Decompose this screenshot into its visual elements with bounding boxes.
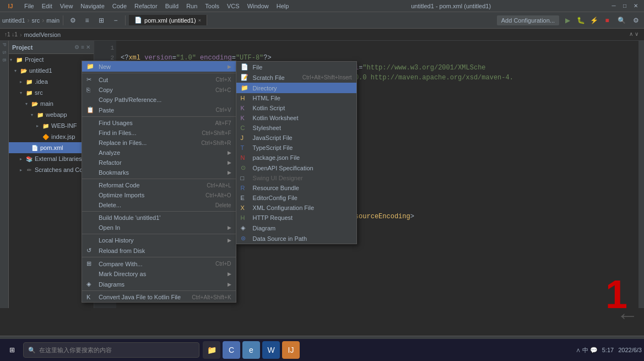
sm-editorconfig-label: EditorConfig File bbox=[253, 195, 352, 201]
cm-copy-label: Copy bbox=[99, 87, 204, 93]
cm-local-history[interactable]: Local History ▶ bbox=[82, 235, 236, 245]
sm-diagram[interactable]: ◈ Diagram bbox=[236, 223, 356, 233]
local-history-arrow: ▶ bbox=[228, 238, 231, 243]
cm-find-usages-shortcut: Alt+F7 bbox=[215, 120, 231, 126]
cm-sep-5 bbox=[82, 234, 236, 234]
cm-refactor[interactable]: Refactor ▶ bbox=[82, 158, 236, 168]
context-menu: 📁 New ▶ 📄 File 📝 Scratch File Ctrl+Alt+S… bbox=[82, 61, 236, 303]
sm-kotlin-script[interactable]: K Kotlin Script bbox=[236, 103, 356, 113]
analyze-arrow: ▶ bbox=[228, 150, 231, 155]
sm-editorconfig[interactable]: E EditorConfig File bbox=[236, 193, 356, 203]
sm-html-label: HTML File bbox=[253, 95, 352, 101]
sm-packagejson[interactable]: N package.json File bbox=[236, 153, 356, 163]
sm-diagram-label: Diagram bbox=[253, 225, 352, 231]
cm-convert[interactable]: K Convert Java File to Kotlin File Ctrl+… bbox=[82, 292, 236, 302]
sm-xmlconfig-label: XML Configuration File bbox=[253, 204, 352, 211]
sm-xmlconfig[interactable]: X XML Configuration File bbox=[236, 203, 356, 213]
cm-find-in-files-shortcut: Ctrl+Shift+F bbox=[202, 130, 231, 136]
cm-compare[interactable]: ⊞ Compare With... Ctrl+D bbox=[82, 258, 236, 269]
sm-http[interactable]: H HTTP Request bbox=[236, 213, 356, 223]
sm-datasource[interactable]: ⊛ Data Source in Path bbox=[236, 233, 356, 244]
cm-diagrams[interactable]: ◈ Diagrams ▶ bbox=[82, 279, 236, 289]
cm-copy-path[interactable]: Copy Path/Reference... bbox=[82, 95, 236, 105]
cm-bookmarks[interactable]: Bookmarks ▶ bbox=[82, 168, 236, 177]
cm-new-label: New bbox=[99, 63, 225, 70]
sm-js[interactable]: J JavaScript File bbox=[236, 133, 356, 143]
cm-delete[interactable]: Delete... Delete bbox=[82, 200, 236, 210]
sm-resource[interactable]: R Resource Bundle bbox=[236, 183, 356, 193]
sm-resource-label: Resource Bundle bbox=[253, 185, 352, 191]
swing-icon: □ bbox=[241, 175, 250, 181]
directory-icon: 📁 bbox=[241, 84, 250, 91]
cm-item-new[interactable]: 📁 New ▶ 📄 File 📝 Scratch File Ctrl+Alt+S… bbox=[82, 61, 236, 72]
cm-analyze[interactable]: Analyze ▶ bbox=[82, 148, 236, 158]
cm-find-usages[interactable]: Find Usages Alt+F7 bbox=[82, 118, 236, 128]
cm-reload[interactable]: ↺ Reload from Disk bbox=[82, 245, 236, 256]
sm-file-label: File bbox=[253, 64, 352, 71]
cm-replace-shortcut: Ctrl+Shift+R bbox=[201, 140, 231, 146]
sm-html[interactable]: H HTML File bbox=[236, 93, 356, 103]
cm-paste[interactable]: 📋 Paste Ctrl+V bbox=[82, 105, 236, 115]
sm-file[interactable]: 📄 File bbox=[236, 62, 356, 72]
sm-ts[interactable]: T TypeScript File bbox=[236, 143, 356, 153]
cm-reformat[interactable]: Reformat Code Ctrl+Alt+L bbox=[82, 180, 236, 190]
sm-scratch-label: Scratch File bbox=[253, 74, 291, 81]
sm-directory[interactable]: 📁 Directory bbox=[236, 83, 356, 93]
sm-openapi[interactable]: ⊙ OpenAPI Specification bbox=[236, 163, 356, 173]
cm-optimize[interactable]: Optimize Imports Ctrl+Alt+O bbox=[82, 190, 236, 200]
kotlin-ws-icon: K bbox=[241, 115, 250, 121]
sm-swing-label: Swing UI Designer bbox=[253, 175, 352, 181]
cm-find-in-files[interactable]: Find in Files... Ctrl+Shift+F bbox=[82, 128, 236, 138]
sm-scratch[interactable]: 📝 Scratch File Ctrl+Alt+Shift+Insert bbox=[236, 72, 356, 83]
cm-copy-shortcut: Ctrl+C bbox=[215, 87, 231, 93]
cm-convert-label: Convert Java File to Kotlin File bbox=[99, 294, 181, 300]
cm-build-module[interactable]: Build Module 'untitled1' bbox=[82, 213, 236, 223]
cm-delete-shortcut: Delete bbox=[215, 202, 231, 208]
kotlin-script-icon: K bbox=[241, 105, 250, 111]
cm-sep-4 bbox=[82, 211, 236, 212]
cm-build-module-label: Build Module 'untitled1' bbox=[99, 214, 231, 221]
cm-reformat-shortcut: Ctrl+Alt+L bbox=[207, 182, 231, 188]
file-icon: 📄 bbox=[241, 63, 250, 71]
diagram-icon: ◈ bbox=[241, 224, 250, 231]
cm-optimize-label: Optimize Imports bbox=[99, 192, 194, 198]
compare-icon: ⊞ bbox=[86, 260, 95, 267]
resource-icon: R bbox=[241, 185, 250, 191]
cm-reload-label: Reload from Disk bbox=[99, 247, 231, 254]
cm-cut[interactable]: ✂ Cut Ctrl+X bbox=[82, 74, 236, 85]
reload-icon: ↺ bbox=[86, 247, 95, 254]
npm-icon: N bbox=[241, 154, 250, 161]
cm-reformat-label: Reformat Code bbox=[99, 182, 196, 188]
cm-open-in[interactable]: Open In ▶ bbox=[82, 223, 236, 233]
sm-datasource-label: Data Source in Path bbox=[253, 235, 352, 242]
cm-find-usages-label: Find Usages bbox=[99, 120, 204, 126]
context-menu-overlay[interactable]: 📁 New ▶ 📄 File 📝 Scratch File Ctrl+Alt+S… bbox=[0, 0, 644, 361]
cm-replace-in-files[interactable]: Replace in Files... Ctrl+Shift+R bbox=[82, 138, 236, 148]
cm-compare-shortcut: Ctrl+D bbox=[215, 261, 231, 267]
convert-icon: K bbox=[86, 294, 95, 300]
cm-mark-directory[interactable]: Mark Directory as ▶ bbox=[82, 269, 236, 279]
cm-open-in-label: Open In bbox=[99, 224, 225, 231]
sm-kotlin-ws[interactable]: K Kotlin Worksheet bbox=[236, 113, 356, 123]
datasource-icon: ⊛ bbox=[241, 235, 250, 242]
cm-cut-label: Cut bbox=[99, 77, 205, 83]
cm-local-history-label: Local History bbox=[99, 237, 225, 244]
cm-sep-7 bbox=[82, 290, 236, 291]
new-icon: 📁 bbox=[86, 63, 95, 70]
http-icon: H bbox=[241, 214, 250, 221]
cm-cut-shortcut: Ctrl+X bbox=[216, 77, 231, 83]
diagrams-icon: ◈ bbox=[86, 281, 95, 288]
cm-delete-label: Delete... bbox=[99, 202, 204, 208]
js-icon: J bbox=[241, 134, 250, 141]
html-icon: H bbox=[241, 95, 250, 101]
cm-mark-dir-label: Mark Directory as bbox=[99, 271, 225, 277]
open-in-arrow: ▶ bbox=[228, 225, 231, 230]
cm-copy[interactable]: ⎘ Copy Ctrl+C bbox=[82, 85, 236, 95]
sm-kotlin-ws-label: Kotlin Worksheet bbox=[253, 115, 352, 121]
cm-find-in-files-label: Find in Files... bbox=[99, 130, 191, 136]
bookmarks-arrow: ▶ bbox=[228, 170, 231, 175]
cut-icon: ✂ bbox=[86, 76, 95, 83]
cm-optimize-shortcut: Ctrl+Alt+O bbox=[205, 192, 231, 198]
sm-stylesheet[interactable]: C Stylesheet bbox=[236, 123, 356, 133]
cm-compare-label: Compare With... bbox=[99, 261, 204, 267]
